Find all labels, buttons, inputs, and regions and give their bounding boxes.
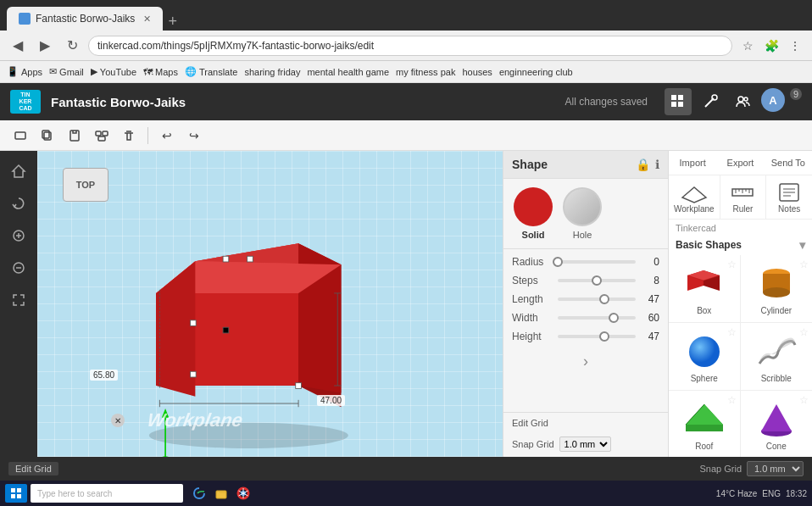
new-tab-btn[interactable]: +	[168, 13, 177, 31]
sidebar-fit-icon[interactable]	[5, 286, 32, 314]
shape-item-scribble[interactable]: ☆ Scribble	[741, 323, 813, 391]
svg-rect-10	[70, 131, 79, 141]
shapes-dropdown-icon[interactable]: ▾	[799, 238, 805, 252]
snap-grid-bottom-select[interactable]: 1.0 mm 0.5 mm 2.0 mm	[747, 461, 804, 476]
solid-color-circle[interactable]	[514, 187, 553, 226]
toolbar-workplane-btn[interactable]	[8, 124, 32, 147]
edit-grid-btn[interactable]: Edit Grid	[512, 418, 548, 428]
sidebar-zoom-in-icon[interactable]	[5, 222, 32, 249]
app-title: Fantastic Borwo-Jaiks	[51, 95, 186, 109]
width-slider[interactable]	[558, 316, 636, 320]
steps-thumb[interactable]	[592, 275, 602, 286]
radius-slider[interactable]	[558, 260, 636, 264]
svg-rect-34	[296, 383, 302, 389]
taskbar-icon-chrome[interactable]	[234, 484, 253, 503]
header-icons: A 9	[665, 88, 802, 115]
radius-row: Radius 0	[512, 256, 659, 268]
workplane-close-btn[interactable]: ✕	[111, 414, 125, 427]
start-btn[interactable]	[5, 484, 27, 503]
length-slider[interactable]	[558, 297, 636, 301]
address-bar[interactable]	[88, 36, 732, 56]
back-btn[interactable]: ◀	[7, 35, 29, 57]
active-tab[interactable]: Fantastic Borwo-Jaiks ✕	[7, 7, 163, 31]
toolbar-redo-btn[interactable]: ↪	[182, 124, 206, 147]
export-btn[interactable]: Export	[716, 151, 764, 175]
shape-lock-icon[interactable]: 🔒	[636, 158, 650, 171]
toolbar-group-btn[interactable]	[90, 124, 114, 147]
workplane-label: Workplane	[674, 204, 715, 214]
height-slider[interactable]	[558, 335, 636, 338]
roof-star-icon[interactable]: ☆	[727, 394, 737, 406]
bookmark-apps[interactable]: 📱 Apps	[7, 66, 42, 77]
bookmark-sharing[interactable]: sharing friday	[244, 67, 300, 77]
toolbar-undo-btn[interactable]: ↩	[155, 124, 179, 147]
bookmark-btn[interactable]: ☆	[737, 36, 758, 56]
panel-buttons: Workplane Ruler Notes	[669, 175, 812, 220]
tools-btn[interactable]	[697, 88, 724, 115]
workplane-panel-btn[interactable]: Workplane	[669, 175, 720, 219]
taskbar-icon-explorer[interactable]	[212, 484, 231, 503]
shape-expand-btn[interactable]: ›	[503, 349, 668, 374]
shape-item-cylinder[interactable]: ☆ Cylinder	[741, 255, 813, 323]
shape-item-cone[interactable]: ☆ Cone	[741, 391, 813, 457]
import-btn[interactable]: Import	[669, 151, 716, 175]
snap-grid-select[interactable]: 1.0 mm 0.5 mm 2.0 mm	[559, 436, 611, 452]
menu-btn[interactable]: ⋮	[785, 36, 805, 56]
sidebar-rotate-icon[interactable]	[5, 190, 32, 217]
toolbar-paste-btn[interactable]	[63, 124, 86, 147]
notes-panel-btn[interactable]: Notes	[766, 175, 812, 219]
length-row: Length 47	[512, 293, 659, 305]
dim-label-1: 65.80	[90, 370, 118, 381]
bookmark-maps[interactable]: 🗺 Maps	[143, 67, 178, 77]
bookmark-youtube[interactable]: ▶ YouTube	[91, 66, 136, 77]
taskbar-search-placeholder: Type here to search	[37, 489, 112, 498]
sphere-star-icon[interactable]: ☆	[727, 326, 737, 338]
radius-thumb[interactable]	[553, 257, 563, 267]
edit-grid-bottom-btn[interactable]: Edit Grid	[8, 462, 58, 475]
cylinder-star-icon[interactable]: ☆	[799, 259, 809, 270]
cone-star-icon[interactable]: ☆	[799, 394, 809, 406]
send-to-btn[interactable]: Send To	[765, 151, 812, 175]
hole-shape-type[interactable]: Hole	[563, 187, 602, 240]
hole-label: Hole	[573, 230, 592, 240]
taskbar-icon-edge[interactable]	[190, 484, 209, 503]
refresh-btn[interactable]: ↻	[61, 35, 83, 57]
bookmark-houses[interactable]: houses	[462, 67, 492, 77]
toolbar-delete-btn[interactable]	[117, 124, 141, 147]
steps-slider[interactable]	[558, 279, 636, 282]
extensions-btn[interactable]: 🧩	[761, 36, 781, 56]
bookmark-engineering[interactable]: enginneering club	[499, 67, 573, 77]
shape-info-icon[interactable]: ℹ	[655, 158, 659, 171]
shape-panel: Shape 🔒 ℹ Solid Hole	[503, 151, 668, 457]
bookmark-translate[interactable]: 🌐 Translate	[185, 66, 237, 77]
viewport[interactable]: TOP	[37, 151, 503, 457]
svg-marker-69	[686, 404, 723, 425]
toolbar-copy-btn[interactable]	[36, 124, 59, 147]
sidebar-home-icon[interactable]	[5, 158, 32, 185]
hole-color-circle[interactable]	[563, 187, 602, 226]
length-thumb[interactable]	[599, 294, 609, 304]
taskbar-search-bar[interactable]: Type here to search	[31, 484, 183, 503]
bookmark-fitness[interactable]: my fitness pak	[396, 67, 455, 77]
notes-label: Notes	[778, 204, 800, 214]
solid-shape-type[interactable]: Solid	[514, 187, 553, 240]
shapes-grid: ☆ Box ☆ Cylinder	[669, 255, 812, 457]
scribble-star-icon[interactable]: ☆	[799, 326, 809, 338]
grid-view-btn[interactable]	[665, 88, 692, 115]
bookmark-mental-health[interactable]: mental health game	[307, 67, 389, 77]
box-star-icon[interactable]: ☆	[727, 259, 737, 270]
shape-item-sphere[interactable]: ☆ Sphere	[669, 323, 741, 391]
user-avatar[interactable]: A	[761, 88, 785, 112]
sidebar-zoom-out-icon[interactable]	[5, 254, 32, 281]
ruler-panel-btn[interactable]: Ruler	[720, 175, 767, 219]
forward-btn[interactable]: ▶	[34, 35, 56, 57]
shape-item-box[interactable]: ☆ Box	[669, 255, 741, 323]
scribble-label: Scribble	[761, 374, 792, 383]
height-thumb[interactable]	[599, 331, 609, 342]
shape-item-roof[interactable]: ☆ Roof	[669, 391, 741, 457]
tab-close-btn[interactable]: ✕	[143, 14, 151, 25]
people-btn[interactable]	[729, 88, 756, 115]
notifications-badge[interactable]: 9	[790, 88, 802, 100]
width-thumb[interactable]	[609, 313, 619, 323]
bookmark-gmail[interactable]: ✉ Gmail	[49, 66, 84, 77]
